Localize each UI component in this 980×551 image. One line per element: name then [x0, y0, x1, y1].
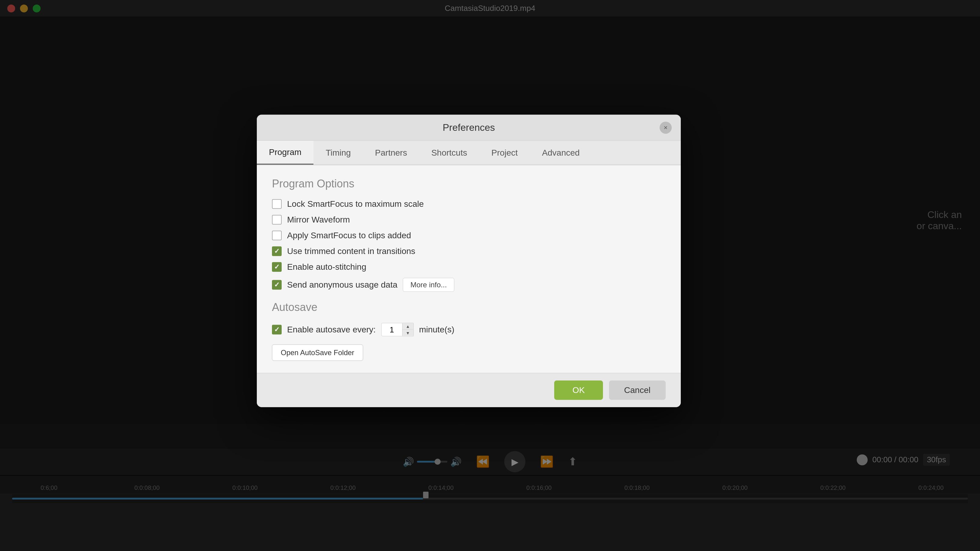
autosave-row: Enable autosave every: 1 ▲ ▼ minute(s) [272, 323, 666, 337]
program-options-title: Program Options [272, 178, 666, 190]
dialog-footer: OK Cancel [257, 373, 681, 407]
option-enable-autostitching-row: Enable auto-stitching [272, 262, 666, 272]
option-use-trimmed-row: Use trimmed content in transitions [272, 246, 666, 256]
dialog-titlebar: Preferences × [257, 115, 681, 141]
spinbox-arrows: ▲ ▼ [402, 323, 414, 337]
dialog-title: Preferences [443, 122, 495, 133]
option-mirror-waveform-row: Mirror Waveform [272, 215, 666, 225]
label-enable-autostitching: Enable auto-stitching [287, 262, 366, 272]
checkbox-lock-smartfocus[interactable] [272, 199, 282, 209]
tab-shortcuts[interactable]: Shortcuts [419, 141, 479, 165]
autosave-interval-input[interactable]: 1 [381, 323, 402, 337]
program-options-section: Program Options Lock SmartFocus to maxim… [272, 178, 666, 292]
tab-advanced[interactable]: Advanced [530, 141, 592, 165]
checkbox-enable-autosave[interactable] [272, 325, 282, 335]
label-send-anonymous: Send anonymous usage data [287, 280, 397, 290]
option-lock-smartfocus-row: Lock SmartFocus to maximum scale [272, 199, 666, 209]
checkbox-enable-autostitching[interactable] [272, 262, 282, 272]
label-minutes: minute(s) [419, 325, 455, 335]
label-apply-smartfocus: Apply SmartFocus to clips added [287, 231, 411, 240]
option-send-anonymous-row: Send anonymous usage data More info... [272, 278, 666, 292]
dialog-tabs: Program Timing Partners Shortcuts Projec… [257, 141, 681, 165]
autosave-spinbox: 1 ▲ ▼ [381, 323, 414, 337]
dialog-body: Program Options Lock SmartFocus to maxim… [257, 165, 681, 373]
tab-project[interactable]: Project [479, 141, 530, 165]
autosave-title: Autosave [272, 301, 666, 314]
dialog-close-button[interactable]: × [660, 121, 672, 133]
more-info-button[interactable]: More info... [403, 278, 454, 292]
checkbox-use-trimmed[interactable] [272, 246, 282, 256]
label-enable-autosave: Enable autosave every: [287, 325, 376, 335]
spinbox-up-button[interactable]: ▲ [402, 323, 414, 330]
preferences-dialog: Preferences × Program Timing Partners Sh… [257, 115, 681, 407]
tab-partners[interactable]: Partners [363, 141, 419, 165]
label-mirror-waveform: Mirror Waveform [287, 215, 350, 225]
checkbox-apply-smartfocus[interactable] [272, 231, 282, 240]
label-use-trimmed: Use trimmed content in transitions [287, 246, 415, 256]
cancel-button[interactable]: Cancel [609, 381, 666, 400]
label-lock-smartfocus: Lock SmartFocus to maximum scale [287, 199, 424, 209]
autosave-section: Autosave Enable autosave every: 1 ▲ ▼ mi… [272, 301, 666, 361]
open-autosave-folder-button[interactable]: Open AutoSave Folder [272, 345, 363, 361]
tab-program[interactable]: Program [257, 141, 313, 165]
checkbox-mirror-waveform[interactable] [272, 215, 282, 225]
checkbox-send-anonymous[interactable] [272, 280, 282, 290]
tab-timing[interactable]: Timing [313, 141, 363, 165]
ok-button[interactable]: OK [554, 381, 603, 400]
option-apply-smartfocus-row: Apply SmartFocus to clips added [272, 231, 666, 240]
spinbox-down-button[interactable]: ▼ [402, 330, 414, 337]
